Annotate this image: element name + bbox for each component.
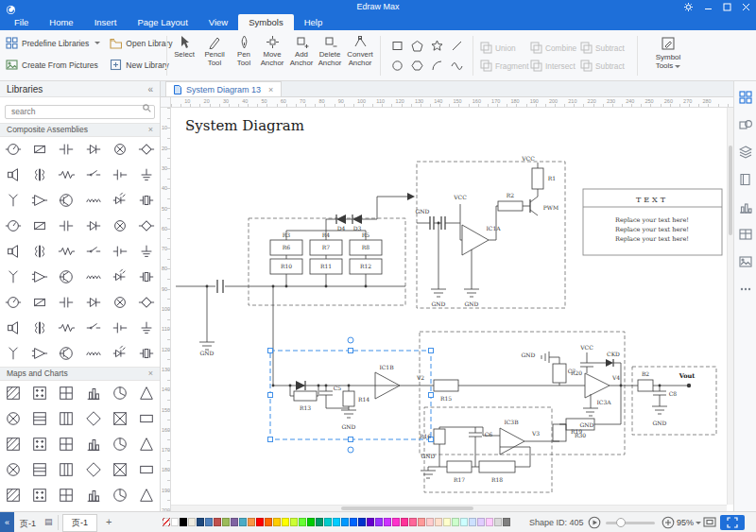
tab-file[interactable]: File: [4, 14, 39, 30]
library-symbol-battery-icon[interactable]: [107, 316, 133, 341]
zoom-slider[interactable]: [606, 522, 655, 524]
library-symbol-ground-icon[interactable]: [133, 316, 160, 341]
close-tab-icon[interactable]: ×: [268, 85, 273, 94]
library-symbol-diamond-icon[interactable]: [79, 457, 106, 483]
library-symbol-grid-square-icon[interactable]: [53, 381, 79, 406]
presentation-button[interactable]: [588, 516, 601, 529]
library-symbol-meter-icon[interactable]: [0, 214, 26, 239]
library-symbol-rows-icon[interactable]: [26, 457, 53, 483]
library-symbol-relay-icon[interactable]: [26, 290, 53, 316]
settings-gear-icon[interactable]: [683, 2, 694, 12]
library-symbol-speaker-icon[interactable]: [0, 239, 26, 265]
search-input[interactable]: [5, 105, 155, 119]
vertical-scrollbar[interactable]: [727, 108, 733, 505]
drawing-svg[interactable]: System DiagramD4D3R3R4R5R6R7R8R10R11R12G…: [171, 108, 727, 505]
select-tool-button[interactable]: Select: [170, 35, 198, 60]
library-symbol-ground-icon[interactable]: [133, 239, 160, 265]
library-symbol-transformer-icon[interactable]: [26, 163, 53, 188]
add-page-button[interactable]: +: [106, 516, 112, 527]
document-tab[interactable]: System Diagram 13 ×: [165, 81, 282, 96]
library-symbol-switch-icon[interactable]: [79, 239, 106, 265]
arc-shape-icon[interactable]: [431, 59, 443, 76]
delete-anchor-button[interactable]: Delete Anchor: [316, 35, 344, 68]
color-swatch[interactable]: [265, 518, 272, 526]
library-symbol-antenna-icon[interactable]: [0, 188, 26, 214]
chart-panel-icon[interactable]: [739, 200, 752, 214]
page-tab[interactable]: 页-1: [62, 514, 97, 532]
clipart-panel-icon[interactable]: [739, 255, 752, 268]
predefine-libraries-button[interactable]: Predefine Libraries: [6, 37, 100, 49]
library-symbol-bar-chart-icon[interactable]: [79, 483, 106, 508]
library-symbol-transistor-icon[interactable]: [53, 188, 79, 214]
color-swatch[interactable]: [341, 518, 349, 526]
library-symbol-dot-square-icon[interactable]: [26, 432, 53, 457]
fragment-button[interactable]: Fragment: [480, 60, 530, 72]
library-symbol-led-icon[interactable]: [107, 341, 133, 367]
color-swatch[interactable]: [409, 518, 417, 526]
create-from-pictures-button[interactable]: Create From Pictures: [6, 59, 100, 71]
library-symbol-relay-icon[interactable]: [26, 137, 53, 163]
move-anchor-button[interactable]: Move Anchor: [258, 35, 286, 68]
horizontal-scrollbar[interactable]: [171, 505, 727, 511]
zoom-level[interactable]: 95%: [677, 518, 701, 527]
rectangle-shape-icon[interactable]: [391, 39, 404, 56]
library-symbol-led-icon[interactable]: [107, 188, 133, 214]
page-label[interactable]: 页-1: [20, 518, 36, 530]
library-symbol-capacitor-icon[interactable]: [53, 137, 79, 163]
open-library-button[interactable]: Open Library: [110, 37, 172, 49]
library-symbol-resistor-icon[interactable]: [53, 163, 79, 188]
color-swatch[interactable]: [435, 518, 442, 526]
color-swatch[interactable]: [486, 518, 493, 526]
library-symbol-capacitor-icon[interactable]: [53, 290, 79, 316]
color-swatch[interactable]: [205, 518, 213, 526]
layers-panel-icon[interactable]: [739, 146, 752, 159]
library-symbol-inductor-icon[interactable]: [79, 188, 106, 214]
color-swatch[interactable]: [239, 518, 247, 526]
color-swatch[interactable]: [503, 518, 510, 526]
color-swatch[interactable]: [273, 518, 281, 526]
star-shape-icon[interactable]: [431, 39, 443, 56]
color-swatch[interactable]: [214, 518, 221, 526]
library-symbol-battery-icon[interactable]: [107, 239, 133, 265]
library-symbol-hatch-square-icon[interactable]: [0, 483, 26, 508]
new-library-button[interactable]: New Library: [110, 59, 172, 71]
color-swatch[interactable]: [333, 518, 340, 526]
library-symbol-hatch-circle-icon[interactable]: [0, 457, 26, 483]
library-symbol-resistor-icon[interactable]: [53, 316, 79, 341]
tab-symbols[interactable]: Symbols: [238, 14, 293, 30]
color-swatch[interactable]: [358, 518, 366, 526]
line-shape-icon[interactable]: [451, 39, 463, 56]
library-symbol-switch-icon[interactable]: [79, 316, 106, 341]
color-swatch[interactable]: [367, 518, 374, 526]
library-symbol-cross-square-icon[interactable]: [107, 406, 133, 432]
library-symbol-transistor-icon[interactable]: [53, 341, 79, 367]
library-symbol-switch-icon[interactable]: [79, 163, 106, 188]
color-swatch[interactable]: [426, 518, 434, 526]
library-symbol-speaker-icon[interactable]: [0, 316, 26, 341]
library-symbol-pie-chart-icon[interactable]: [107, 483, 133, 508]
color-swatch[interactable]: [375, 518, 383, 526]
symbol-tools-button[interactable]: Symbol Tools: [646, 36, 690, 70]
library-symbol-hatch-square-icon[interactable]: [0, 432, 26, 457]
library-symbol-diode-icon[interactable]: [79, 214, 106, 239]
library-symbol-bar-chart-icon[interactable]: [79, 381, 106, 406]
library-symbol-hatch-circle-icon[interactable]: [0, 406, 26, 432]
library-symbol-grid-square-icon[interactable]: [53, 483, 79, 508]
tab-home[interactable]: Home: [39, 14, 83, 30]
library-symbol-inductor-icon[interactable]: [79, 341, 106, 367]
color-swatch[interactable]: [248, 518, 255, 526]
close-icon[interactable]: ×: [148, 369, 153, 378]
union-button[interactable]: Union: [480, 42, 530, 54]
color-swatch[interactable]: [231, 518, 238, 526]
library-symbol-rows-icon[interactable]: [26, 406, 53, 432]
tab-page-layout[interactable]: Page Layout: [127, 14, 198, 30]
color-swatch[interactable]: [222, 518, 230, 526]
library-symbol-pie-chart-icon[interactable]: [107, 381, 133, 406]
hexagon-shape-icon[interactable]: [411, 59, 423, 76]
library-symbol-led-icon[interactable]: [107, 265, 133, 290]
color-swatch[interactable]: [316, 518, 323, 526]
color-swatch[interactable]: [307, 518, 315, 526]
combine-button[interactable]: Combine: [530, 42, 580, 54]
library-symbol-lamp-icon[interactable]: [107, 137, 133, 163]
library-symbol-ground-icon[interactable]: [133, 163, 160, 188]
